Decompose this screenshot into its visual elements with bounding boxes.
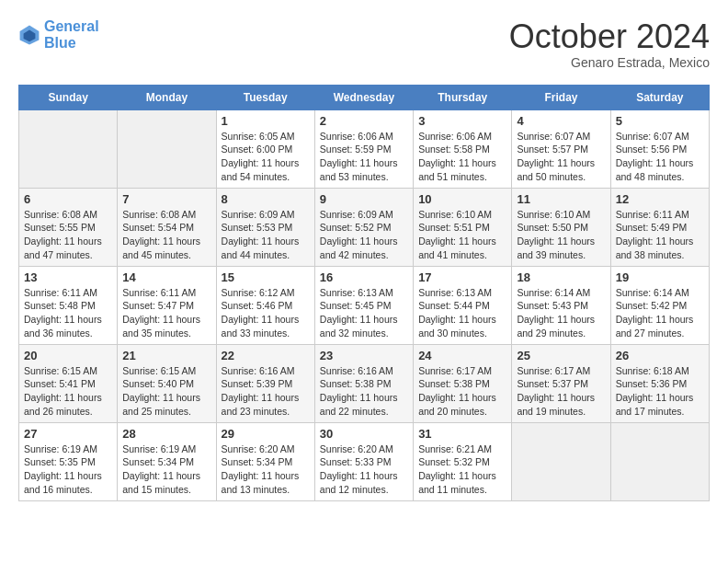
day-number: 3 bbox=[418, 114, 506, 128]
weekday-header: Friday bbox=[512, 85, 610, 109]
cell-info: Sunrise: 6:10 AMSunset: 5:51 PMDaylight:… bbox=[418, 208, 506, 262]
day-number: 10 bbox=[418, 192, 506, 206]
day-number: 22 bbox=[222, 349, 310, 362]
day-number: 11 bbox=[517, 192, 605, 206]
day-number: 30 bbox=[320, 427, 408, 441]
cell-info: Sunrise: 6:13 AMSunset: 5:45 PMDaylight:… bbox=[320, 286, 408, 340]
day-number: 15 bbox=[222, 270, 310, 284]
cell-info: Sunrise: 6:21 AMSunset: 5:32 PMDaylight:… bbox=[418, 442, 506, 497]
cell-info: Sunrise: 6:13 AMSunset: 5:44 PMDaylight:… bbox=[418, 286, 506, 340]
day-number: 5 bbox=[616, 114, 704, 128]
day-number: 19 bbox=[616, 270, 704, 284]
calendar-cell: 12Sunrise: 6:11 AMSunset: 5:49 PMDayligh… bbox=[610, 188, 709, 266]
calendar-cell: 20Sunrise: 6:15 AMSunset: 5:41 PMDayligh… bbox=[19, 344, 118, 422]
cell-info: Sunrise: 6:07 AMSunset: 5:56 PMDaylight:… bbox=[616, 130, 704, 184]
calendar-cell: 13Sunrise: 6:11 AMSunset: 5:48 PMDayligh… bbox=[19, 266, 118, 344]
location: Genaro Estrada, Mexico bbox=[509, 55, 710, 70]
weekday-header: Sunday bbox=[19, 85, 118, 109]
cell-info: Sunrise: 6:16 AMSunset: 5:39 PMDaylight:… bbox=[222, 364, 310, 419]
calendar-cell: 29Sunrise: 6:20 AMSunset: 5:34 PMDayligh… bbox=[216, 422, 314, 500]
calendar-week-row: 1Sunrise: 6:05 AMSunset: 6:00 PMDaylight… bbox=[19, 109, 710, 188]
day-number: 26 bbox=[616, 349, 704, 362]
cell-info: Sunrise: 6:12 AMSunset: 5:46 PMDaylight:… bbox=[222, 286, 310, 340]
cell-info: Sunrise: 6:15 AMSunset: 5:41 PMDaylight:… bbox=[24, 364, 112, 419]
calendar-cell: 25Sunrise: 6:17 AMSunset: 5:37 PMDayligh… bbox=[512, 344, 610, 422]
calendar-cell: 26Sunrise: 6:18 AMSunset: 5:36 PMDayligh… bbox=[610, 344, 709, 422]
cell-info: Sunrise: 6:08 AMSunset: 5:55 PMDaylight:… bbox=[24, 208, 112, 262]
cell-info: Sunrise: 6:08 AMSunset: 5:54 PMDaylight:… bbox=[122, 208, 210, 262]
calendar-cell: 24Sunrise: 6:17 AMSunset: 5:38 PMDayligh… bbox=[414, 344, 512, 422]
day-number: 18 bbox=[517, 270, 605, 284]
day-number: 8 bbox=[222, 192, 310, 206]
logo-text: General Blue bbox=[44, 18, 99, 51]
calendar-cell bbox=[512, 422, 610, 500]
calendar-cell: 11Sunrise: 6:10 AMSunset: 5:50 PMDayligh… bbox=[512, 188, 610, 266]
calendar-cell: 17Sunrise: 6:13 AMSunset: 5:44 PMDayligh… bbox=[414, 266, 512, 344]
cell-info: Sunrise: 6:11 AMSunset: 5:48 PMDaylight:… bbox=[24, 286, 112, 340]
calendar-cell: 21Sunrise: 6:15 AMSunset: 5:40 PMDayligh… bbox=[118, 344, 216, 422]
weekday-header-row: SundayMondayTuesdayWednesdayThursdayFrid… bbox=[19, 85, 710, 109]
cell-info: Sunrise: 6:19 AMSunset: 5:34 PMDaylight:… bbox=[122, 442, 210, 497]
month-title: October 2024 bbox=[509, 18, 710, 55]
day-number: 7 bbox=[122, 192, 210, 206]
day-number: 29 bbox=[222, 427, 310, 441]
day-number: 31 bbox=[418, 427, 506, 441]
calendar-cell: 6Sunrise: 6:08 AMSunset: 5:55 PMDaylight… bbox=[19, 188, 118, 266]
calendar-cell: 9Sunrise: 6:09 AMSunset: 5:52 PMDaylight… bbox=[314, 188, 413, 266]
weekday-header: Saturday bbox=[610, 85, 709, 109]
day-number: 25 bbox=[517, 349, 605, 362]
page-header: General Blue October 2024 Genaro Estrada… bbox=[18, 18, 710, 70]
cell-info: Sunrise: 6:14 AMSunset: 5:43 PMDaylight:… bbox=[517, 286, 605, 340]
day-number: 21 bbox=[122, 349, 210, 362]
cell-info: Sunrise: 6:14 AMSunset: 5:42 PMDaylight:… bbox=[616, 286, 704, 340]
calendar-cell: 28Sunrise: 6:19 AMSunset: 5:34 PMDayligh… bbox=[118, 422, 216, 500]
calendar-cell: 22Sunrise: 6:16 AMSunset: 5:39 PMDayligh… bbox=[216, 344, 314, 422]
day-number: 24 bbox=[418, 349, 506, 362]
calendar-cell: 3Sunrise: 6:06 AMSunset: 5:58 PMDaylight… bbox=[414, 109, 512, 188]
calendar-cell: 31Sunrise: 6:21 AMSunset: 5:32 PMDayligh… bbox=[414, 422, 512, 500]
calendar-cell: 2Sunrise: 6:06 AMSunset: 5:59 PMDaylight… bbox=[314, 109, 413, 188]
cell-info: Sunrise: 6:11 AMSunset: 5:49 PMDaylight:… bbox=[616, 208, 704, 262]
calendar-cell: 4Sunrise: 6:07 AMSunset: 5:57 PMDaylight… bbox=[512, 109, 610, 188]
calendar-cell: 8Sunrise: 6:09 AMSunset: 5:53 PMDaylight… bbox=[216, 188, 314, 266]
weekday-header: Thursday bbox=[414, 85, 512, 109]
logo: General Blue bbox=[18, 18, 99, 51]
cell-info: Sunrise: 6:16 AMSunset: 5:38 PMDaylight:… bbox=[320, 364, 408, 419]
calendar-cell: 18Sunrise: 6:14 AMSunset: 5:43 PMDayligh… bbox=[512, 266, 610, 344]
logo-icon bbox=[18, 24, 40, 46]
day-number: 2 bbox=[320, 114, 408, 128]
day-number: 23 bbox=[320, 349, 408, 362]
cell-info: Sunrise: 6:20 AMSunset: 5:33 PMDaylight:… bbox=[320, 442, 408, 497]
calendar-cell: 27Sunrise: 6:19 AMSunset: 5:35 PMDayligh… bbox=[19, 422, 118, 500]
calendar-cell: 23Sunrise: 6:16 AMSunset: 5:38 PMDayligh… bbox=[314, 344, 413, 422]
cell-info: Sunrise: 6:06 AMSunset: 5:59 PMDaylight:… bbox=[320, 130, 408, 184]
cell-info: Sunrise: 6:09 AMSunset: 5:53 PMDaylight:… bbox=[222, 208, 310, 262]
cell-info: Sunrise: 6:07 AMSunset: 5:57 PMDaylight:… bbox=[517, 130, 605, 184]
day-number: 16 bbox=[320, 270, 408, 284]
cell-info: Sunrise: 6:15 AMSunset: 5:40 PMDaylight:… bbox=[122, 364, 210, 419]
cell-info: Sunrise: 6:10 AMSunset: 5:50 PMDaylight:… bbox=[517, 208, 605, 262]
day-number: 4 bbox=[517, 114, 605, 128]
day-number: 1 bbox=[222, 114, 310, 128]
day-number: 27 bbox=[24, 427, 112, 441]
calendar-cell: 1Sunrise: 6:05 AMSunset: 6:00 PMDaylight… bbox=[216, 109, 314, 188]
weekday-header: Monday bbox=[118, 85, 216, 109]
day-number: 28 bbox=[122, 427, 210, 441]
calendar-cell bbox=[610, 422, 709, 500]
calendar-cell: 15Sunrise: 6:12 AMSunset: 5:46 PMDayligh… bbox=[216, 266, 314, 344]
cell-info: Sunrise: 6:18 AMSunset: 5:36 PMDaylight:… bbox=[616, 364, 704, 419]
day-number: 14 bbox=[122, 270, 210, 284]
calendar-cell: 19Sunrise: 6:14 AMSunset: 5:42 PMDayligh… bbox=[610, 266, 709, 344]
day-number: 17 bbox=[418, 270, 506, 284]
calendar-table: SundayMondayTuesdayWednesdayThursdayFrid… bbox=[18, 85, 710, 501]
title-block: October 2024 Genaro Estrada, Mexico bbox=[509, 18, 710, 70]
cell-info: Sunrise: 6:05 AMSunset: 6:00 PMDaylight:… bbox=[222, 130, 310, 184]
calendar-week-row: 20Sunrise: 6:15 AMSunset: 5:41 PMDayligh… bbox=[19, 344, 710, 422]
calendar-week-row: 13Sunrise: 6:11 AMSunset: 5:48 PMDayligh… bbox=[19, 266, 710, 344]
cell-info: Sunrise: 6:19 AMSunset: 5:35 PMDaylight:… bbox=[24, 442, 112, 497]
cell-info: Sunrise: 6:17 AMSunset: 5:37 PMDaylight:… bbox=[517, 364, 605, 419]
calendar-cell bbox=[118, 109, 216, 188]
weekday-header: Wednesday bbox=[314, 85, 413, 109]
day-number: 13 bbox=[24, 270, 112, 284]
cell-info: Sunrise: 6:06 AMSunset: 5:58 PMDaylight:… bbox=[418, 130, 506, 184]
